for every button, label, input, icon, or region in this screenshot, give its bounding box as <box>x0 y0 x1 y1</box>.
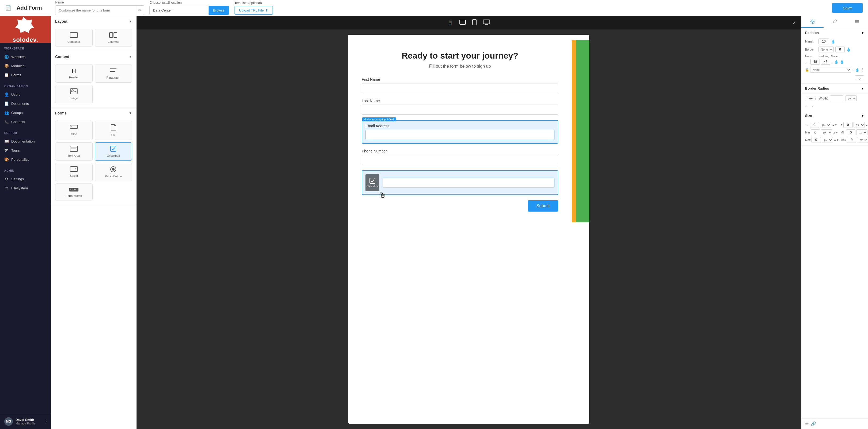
sidebar-item-users[interactable]: 👤 Users <box>0 90 51 99</box>
max-h-unit[interactable]: px <box>857 137 868 143</box>
name-input-wrap: ✏ <box>55 5 144 15</box>
arrow-down1-icon[interactable]: ↓ <box>805 103 807 108</box>
cursor-hand-icon: 🖱 <box>378 191 386 200</box>
modules-icon: 📦 <box>4 64 8 68</box>
more-icon[interactable]: ⋮ <box>861 68 864 72</box>
sidebar-item-forms[interactable]: 📋 Forms <box>0 70 51 79</box>
height-stepper[interactable]: ▲▼ <box>866 124 868 127</box>
margin-input[interactable] <box>818 38 829 44</box>
sidebar-item-tours[interactable]: 🗺 Tours <box>0 146 51 155</box>
file-item[interactable]: File <box>95 121 132 140</box>
last-name-input[interactable] <box>362 105 558 115</box>
content-section-header[interactable]: Content ▼ <box>51 51 136 62</box>
none-select[interactable]: None <box>810 67 851 73</box>
max-w-unit[interactable]: px <box>822 137 833 143</box>
width-size-input[interactable] <box>810 122 819 128</box>
sidebar-item-documents[interactable]: 📄 Documents <box>0 99 51 108</box>
tablet-portrait-icon[interactable] <box>471 18 478 27</box>
sidebar-item-modules[interactable]: 📦 Modules <box>0 61 51 70</box>
padding-bottom-input[interactable] <box>821 59 830 65</box>
min-h-input[interactable] <box>846 129 856 135</box>
sidebar-item-documentation[interactable]: 📖 Documentation <box>0 137 51 146</box>
width-stepper[interactable]: ▲▼ <box>832 124 837 127</box>
move-icon[interactable]: ✛ <box>809 96 813 101</box>
browse-button[interactable]: Browse <box>209 6 229 15</box>
checkbox-input[interactable] <box>382 177 555 188</box>
max-w-input[interactable] <box>811 137 821 143</box>
container-item[interactable]: Container <box>55 29 93 47</box>
install-label: Choose install location <box>149 1 229 5</box>
padding-top-input[interactable] <box>810 59 820 65</box>
checkbox-item[interactable]: Checkbox <box>95 142 132 161</box>
border-radius-header[interactable]: Border Radius ▼ <box>801 84 868 93</box>
border-none-select[interactable]: None <box>818 46 834 53</box>
email-input[interactable] <box>366 130 555 140</box>
sidebar-item-contacts[interactable]: 📞 Contacts <box>0 117 51 126</box>
width-unit-select[interactable]: px% <box>845 96 857 101</box>
sidebar-item-groups[interactable]: 👥 Groups <box>0 108 51 117</box>
min-h-label: Min <box>841 131 845 134</box>
border-input[interactable] <box>835 46 845 53</box>
form-area: Ready to start your journey? Fill out th… <box>348 40 571 222</box>
sidebar-item-websites[interactable]: 🌐 Websites <box>0 52 51 61</box>
size-section-header[interactable]: Size ▼ <box>801 111 868 120</box>
install-input[interactable] <box>150 6 209 14</box>
header-item[interactable]: H Header <box>55 64 93 82</box>
width-size-unit[interactable]: px <box>820 122 831 128</box>
arrow-up2-icon[interactable]: ↑ <box>815 96 816 101</box>
expand-icon[interactable]: ⤢ <box>787 20 801 26</box>
green-bar <box>576 40 589 222</box>
sidebar-item-filesystem[interactable]: 🗂 Filesystem <box>0 184 51 193</box>
submit-button[interactable]: Submit <box>528 200 558 211</box>
settings-label: Settings <box>11 177 24 181</box>
max-w-stepper[interactable]: ▲▼ <box>834 138 839 141</box>
right-bottom-icons: ✏ 🔗 <box>801 418 868 429</box>
tablet-landscape-icon[interactable] <box>458 19 467 27</box>
svg-rect-19 <box>460 20 466 24</box>
link-icon[interactable]: 🔗 <box>811 421 816 426</box>
paragraph-item[interactable]: Paragraph <box>95 64 132 82</box>
columns-item[interactable]: Columns <box>95 29 132 47</box>
arrow-up-icon[interactable]: ↑ <box>805 96 807 101</box>
settings-tab[interactable] <box>801 16 824 28</box>
form-button-item[interactable]: SUBMIT Form Button <box>55 184 93 201</box>
checkbox-preview-icon <box>370 178 375 184</box>
max-h-label: Max <box>841 138 846 141</box>
content-chevron-icon: ▼ <box>129 55 132 59</box>
first-name-input[interactable] <box>362 83 558 93</box>
profile-area[interactable]: MG David Smith Manage Profile › <box>0 414 51 429</box>
min-w-unit[interactable]: px <box>821 129 832 135</box>
max-h-input[interactable] <box>847 137 856 143</box>
desktop-icon[interactable] <box>482 19 491 27</box>
min-w-input[interactable] <box>811 129 820 135</box>
mobile-icon[interactable]: 📱 <box>446 19 454 27</box>
upload-tpl-button[interactable]: Upload TPL File ⬆ <box>235 6 273 15</box>
height-size-input[interactable] <box>843 122 853 128</box>
image-item[interactable]: Image <box>55 85 93 103</box>
min-w-stepper[interactable]: ▲▼ <box>833 131 838 134</box>
layout-section-header[interactable]: Layout ▼ <box>51 16 136 27</box>
list-tab[interactable] <box>846 16 868 28</box>
position-section-header[interactable]: Position ▼ <box>801 28 868 37</box>
move-group: ✛ <box>809 96 813 101</box>
min-h-unit[interactable]: px <box>856 129 867 135</box>
textarea-item[interactable]: Text Area <box>55 142 93 161</box>
select-item[interactable]: Select <box>55 163 93 182</box>
width-input[interactable] <box>830 96 843 101</box>
save-button[interactable]: Save <box>832 3 863 13</box>
name-input[interactable] <box>55 6 136 14</box>
forms-section-header[interactable]: Forms ▼ <box>51 108 136 119</box>
padding-labels-row: None Padding None <box>801 54 868 58</box>
edit-tab[interactable] <box>824 16 846 28</box>
sidebar-item-settings[interactable]: ⚙ Settings <box>0 174 51 184</box>
phone-input[interactable] <box>362 155 558 165</box>
sidebar-item-personalize[interactable]: 🎨 Personalize <box>0 155 51 164</box>
input-icon <box>70 124 78 131</box>
input-item[interactable]: Input <box>55 121 93 140</box>
radio-button-item[interactable]: Radio Button <box>95 163 132 182</box>
edit-pencil-icon[interactable]: ✏ <box>805 421 809 426</box>
first-name-field: First Name <box>362 77 558 93</box>
height-size-unit[interactable]: px <box>854 122 865 128</box>
zero-input[interactable] <box>855 75 864 81</box>
arrow-down2-icon[interactable]: ↓ <box>811 103 813 108</box>
